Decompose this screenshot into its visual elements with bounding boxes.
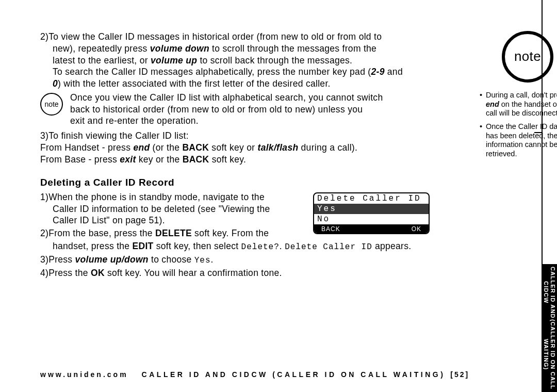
t: To search the Caller ID messages alphabe… xyxy=(53,67,371,77)
section-heading: Deleting a Caller ID Record xyxy=(40,176,430,189)
sidebar-item: During a call, don't press end on the ha… xyxy=(480,91,557,118)
t: During a call, don't press xyxy=(486,91,557,99)
t: Caller ID List" on page 51). xyxy=(53,215,165,225)
kw-2-9: 2-9 xyxy=(371,67,384,77)
footer-site: www.uniden.com xyxy=(40,370,128,379)
t: to choose xyxy=(149,254,194,265)
sidebar-list: During a call, don't press end on the ha… xyxy=(480,91,557,159)
step-3: 3)To finish viewing the Caller ID list: … xyxy=(40,130,430,165)
kw-zero: 0 xyxy=(53,78,58,89)
kw-talk-flash: talk/flash xyxy=(258,142,299,153)
del-step-1: 1)When the phone is in standby mode, nav… xyxy=(40,191,306,226)
del-step-2-rest: handset, press the EDIT soft key, then s… xyxy=(40,240,430,253)
kw-edit: EDIT xyxy=(133,241,154,251)
t: To view the Caller ID messages in histor… xyxy=(48,31,382,42)
kw-delete: DELETE xyxy=(155,228,192,238)
kw-back: BACK xyxy=(182,142,209,153)
t: soft key, then select xyxy=(154,241,241,251)
delete-steps: 1)When the phone is in standby mode, nav… xyxy=(40,191,306,240)
t: From the base, press the xyxy=(48,228,155,238)
footer-section: CALLER ID AND CIDCW (CALLER ID ON CALL W… xyxy=(142,370,446,379)
t: soft key. xyxy=(209,154,246,165)
kw-ok: OK xyxy=(91,268,105,278)
t: to scroll back through the messages. xyxy=(197,55,352,66)
inline-note-text: Once you view the Caller ID list with al… xyxy=(70,92,430,127)
side-rule-notch xyxy=(534,132,543,133)
delete-block: 1)When the phone is in standby mode, nav… xyxy=(40,191,430,240)
t: to scroll through the messages from the xyxy=(209,43,376,54)
lcd-screen: Delete Caller ID Yes No BACK OK xyxy=(313,192,430,234)
t: Caller ID information to be deleted (see… xyxy=(53,204,270,214)
t: appears. xyxy=(372,241,412,251)
t: Press the xyxy=(48,268,91,278)
t: soft key. From the xyxy=(192,228,269,238)
footer-page-number: [52] xyxy=(450,370,469,379)
note-icon: note xyxy=(502,31,553,83)
mono-yes: Yes xyxy=(194,256,211,265)
page-footer: www.uniden.com CALLER ID AND CIDCW (CALL… xyxy=(40,370,515,379)
t: exit and re-enter the operation. xyxy=(70,116,199,126)
kw-end: end xyxy=(486,100,499,108)
lcd-option-no: No xyxy=(314,214,429,224)
t: handset, press the xyxy=(53,241,133,251)
t: Once you view the Caller ID list with al… xyxy=(70,92,383,103)
t: From Handset - press xyxy=(40,142,133,153)
side-tab-line2: (CALLER ID ON CALL WAITING) xyxy=(543,319,555,390)
kw-end: end xyxy=(133,142,150,153)
lcd-softkey-ok: OK xyxy=(412,225,421,232)
kw-volume-up: volume up xyxy=(151,55,197,66)
t: Press xyxy=(48,254,75,265)
t: From Base - press xyxy=(40,154,120,165)
side-tab-text: CALLER ID AND CIDCW (CALLER ID ON CALL W… xyxy=(543,266,556,390)
lcd-option-yes: Yes xyxy=(314,204,429,214)
mono-deleteq: Delete? xyxy=(241,242,280,252)
t: latest to the earliest, or xyxy=(53,55,151,66)
mono-delete-cid: Delete Caller ID xyxy=(285,242,372,252)
lcd-softkey-back: BACK xyxy=(321,225,340,232)
t: (or the xyxy=(150,142,182,153)
del-step-2-top: 2)From the base, press the DELETE soft k… xyxy=(40,227,306,239)
t: back to historical order (from new to ol… xyxy=(70,104,363,115)
t: When the phone is in standby mode, navig… xyxy=(48,192,265,202)
side-tab-line1: CALLER ID AND CIDCW xyxy=(543,266,555,319)
t: . xyxy=(211,254,214,265)
t: key or the xyxy=(136,154,183,165)
page-content: 2)To view the Caller ID messages in hist… xyxy=(40,31,535,280)
inline-note: note Once you view the Caller ID list wi… xyxy=(40,92,430,127)
t: soft key or xyxy=(209,142,257,153)
t: new), repeatedly press xyxy=(53,43,150,54)
t: soft key. You will hear a confirmation t… xyxy=(105,268,282,278)
t: To finish viewing the Caller ID list: xyxy=(48,130,189,141)
lcd-softkeys: BACK OK xyxy=(314,224,429,233)
t: and xyxy=(385,67,403,77)
note-icon: note xyxy=(40,93,63,116)
kw-back: BACK xyxy=(183,154,209,165)
kw-volume-down: volume down xyxy=(150,43,209,54)
t: ) with the letter associated with the fi… xyxy=(58,78,331,89)
kw-exit: exit xyxy=(120,154,136,165)
del-step-3: 3)Press volume up/down to choose Yes. xyxy=(40,254,430,266)
main-column: 2)To view the Caller ID messages in hist… xyxy=(40,31,430,280)
kw-volume-up-down: volume up/down xyxy=(75,254,149,265)
step-2: 2)To view the Caller ID messages in hist… xyxy=(40,31,430,90)
lcd-title: Delete Caller ID xyxy=(314,193,429,204)
del-step-4: 4)Press the OK soft key. You will hear a… xyxy=(40,267,430,279)
sidebar-item: Once the Caller ID data has been deleted… xyxy=(480,122,557,159)
sidebar: note During a call, don't press end on t… xyxy=(480,31,557,163)
t: during a call). xyxy=(298,142,357,153)
